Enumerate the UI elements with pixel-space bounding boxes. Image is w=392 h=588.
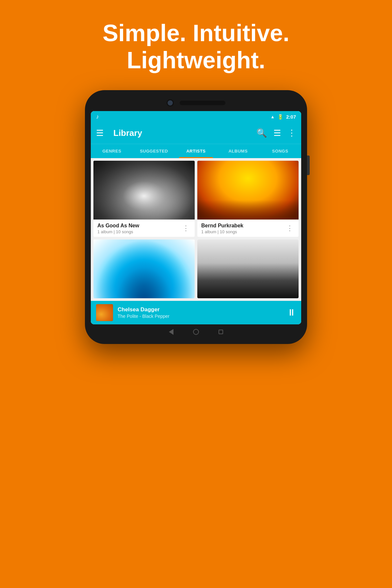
artist-card-3[interactable] xyxy=(197,239,299,298)
phone-top-bar xyxy=(91,99,301,106)
status-right: ▲ 🔋 2:07 xyxy=(270,114,296,120)
music-note-icon: ♪ xyxy=(96,113,99,120)
now-playing-artist: The Polite - Black Pepper xyxy=(118,314,282,319)
app-bar: ☰ Library 🔍 ☰ ⋮ xyxy=(91,123,301,144)
now-playing-title: Chelsea Dagger xyxy=(118,306,282,313)
artist-meta-0: 1 album | 10 songs xyxy=(97,229,181,234)
headline-line1: Simple. Intuitive. xyxy=(103,20,289,46)
artist-name-1: Bernd Purkrabek xyxy=(201,223,285,229)
artist-card-1[interactable]: Bernd Purkrabek 1 album | 10 songs ⋮ xyxy=(197,161,299,237)
status-time: 2:07 xyxy=(286,114,296,120)
phone-mockup: ♪ ▲ 🔋 2:07 ☰ Library 🔍 ☰ ⋮ GENRES SUGGES… xyxy=(85,90,307,344)
tab-genres[interactable]: GENRES xyxy=(91,144,133,158)
tabs-bar: GENRES SUGGESTED ARTISTS ALBUMS SONGS xyxy=(91,144,301,158)
tab-artists[interactable]: ARTISTS xyxy=(175,144,217,158)
phone-screen: ♪ ▲ 🔋 2:07 ☰ Library 🔍 ☰ ⋮ GENRES SUGGES… xyxy=(91,111,301,324)
artist-name-0: As Good As New xyxy=(97,223,181,229)
card-text-0: As Good As New 1 album | 10 songs xyxy=(97,223,181,234)
artist-menu-0[interactable]: ⋮ xyxy=(181,223,191,234)
back-button[interactable] xyxy=(169,329,173,335)
recents-button[interactable] xyxy=(219,330,223,334)
artist-meta-1: 1 album | 10 songs xyxy=(201,229,285,234)
battery-icon: 🔋 xyxy=(277,114,284,120)
home-button[interactable] xyxy=(193,329,199,335)
sort-icon[interactable]: ☰ xyxy=(273,128,281,138)
earpiece-speaker xyxy=(180,101,225,105)
status-left: ♪ xyxy=(96,113,99,120)
now-playing-thumbnail-art xyxy=(96,304,113,321)
phone-bottom-nav xyxy=(91,329,301,335)
more-options-icon[interactable]: ⋮ xyxy=(287,128,296,138)
now-playing-bar[interactable]: Chelsea Dagger The Polite - Black Pepper… xyxy=(91,301,301,324)
status-bar: ♪ ▲ 🔋 2:07 xyxy=(91,111,301,123)
tab-songs[interactable]: SONGS xyxy=(259,144,301,158)
now-playing-thumbnail xyxy=(96,304,113,321)
artist-menu-1[interactable]: ⋮ xyxy=(285,223,295,234)
signal-icon: ▲ xyxy=(270,114,275,119)
artist-thumbnail-1 xyxy=(197,161,299,220)
card-info-0: As Good As New 1 album | 10 songs ⋮ xyxy=(93,220,195,237)
search-icon[interactable]: 🔍 xyxy=(256,128,267,138)
phone-side-button xyxy=(307,155,310,175)
headline-line2: Lightweight. xyxy=(127,47,265,73)
tab-albums[interactable]: ALBUMS xyxy=(217,144,259,158)
front-camera xyxy=(167,99,174,106)
artist-card-0[interactable]: As Good As New 1 album | 10 songs ⋮ xyxy=(93,161,195,237)
app-bar-title: Library xyxy=(113,128,250,138)
artist-thumbnail-0 xyxy=(93,161,195,220)
artists-grid: As Good As New 1 album | 10 songs ⋮ Bern… xyxy=(91,158,301,301)
artist-card-2[interactable] xyxy=(93,239,195,298)
artist-thumbnail-2 xyxy=(93,239,195,298)
now-playing-text: Chelsea Dagger The Polite - Black Pepper xyxy=(118,306,282,319)
card-info-1: Bernd Purkrabek 1 album | 10 songs ⋮ xyxy=(197,220,299,237)
artist-thumbnail-3 xyxy=(197,239,299,298)
hamburger-menu-icon[interactable]: ☰ xyxy=(96,128,104,138)
app-headline: Simple. Intuitive. Lightweight. xyxy=(76,0,316,90)
card-text-1: Bernd Purkrabek 1 album | 10 songs xyxy=(201,223,285,234)
pause-button[interactable]: ⏸ xyxy=(287,307,296,318)
tab-suggested[interactable]: SUGGESTED xyxy=(133,144,175,158)
